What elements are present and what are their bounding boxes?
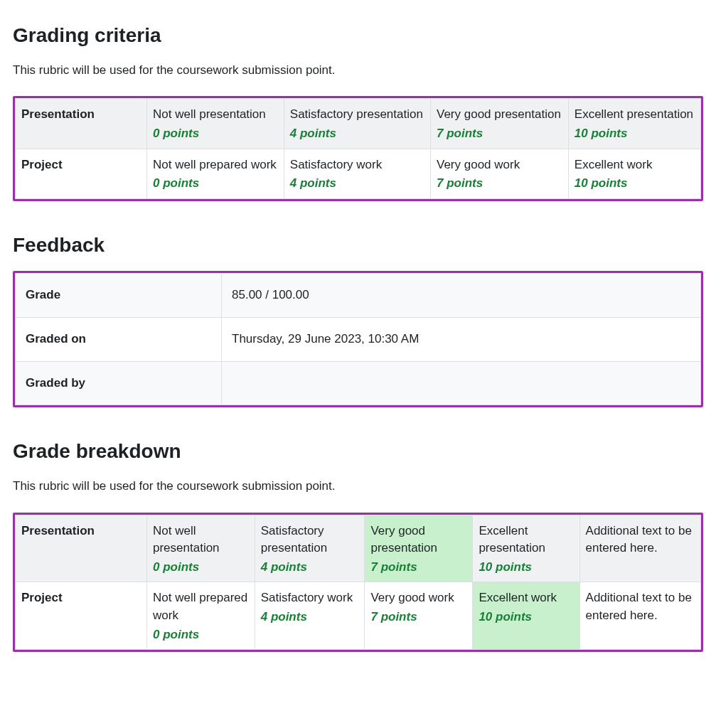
feedback-label: Graded by [16, 361, 222, 405]
rubric-cell: Excellent presentation 10 points [473, 515, 579, 582]
feedback-frame: Grade 85.00 / 100.00 Graded on Thursday,… [13, 271, 703, 407]
rubric-cell: Satisfactory work 4 points [284, 149, 430, 198]
rubric-points: 4 points [290, 175, 424, 193]
rubric-cell-selected: Very good presentation 7 points [365, 515, 473, 582]
rubric-cell: Very good work 7 points [430, 149, 568, 198]
rubric-cell: Excellent presentation 10 points [568, 99, 700, 149]
rubric-points: 10 points [479, 559, 573, 577]
rubric-points: 10 points [575, 175, 695, 193]
grading-criteria-heading: Grading criteria [13, 21, 703, 50]
feedback-heading: Feedback [13, 231, 703, 260]
feedback-row: Graded by [16, 361, 701, 405]
rubric-points: 4 points [261, 609, 359, 626]
rubric-row: Presentation Not well presentation 0 poi… [16, 515, 701, 582]
rubric-desc: Excellent presentation [575, 107, 693, 121]
rubric-cell: Not well presentation 0 points [147, 515, 255, 582]
rubric-desc: Satisfactory presentation [261, 524, 328, 555]
rubric-desc: Very good work [437, 158, 520, 171]
rubric-points: 0 points [153, 175, 278, 193]
rubric-points: 10 points [479, 609, 573, 626]
grade-breakdown-frame: Presentation Not well presentation 0 poi… [13, 513, 703, 653]
grade-breakdown-heading: Grade breakdown [13, 437, 703, 466]
rubric-cell: Not well prepared work 0 points [147, 582, 255, 650]
rubric-points: 0 points [153, 626, 249, 644]
rubric-cell: Not well prepared work 0 points [147, 149, 284, 198]
rubric-desc: Satisfactory work [290, 158, 382, 171]
rubric-desc: Very good presentation [437, 107, 561, 121]
rubric-points: 0 points [153, 559, 249, 577]
rubric-extra: Additional text to be entered here. [579, 582, 700, 650]
rubric-points: 4 points [290, 125, 424, 143]
feedback-label: Graded on [16, 318, 222, 362]
rubric-extra: Additional text to be entered here. [579, 515, 700, 582]
feedback-value: 85.00 / 100.00 [222, 274, 701, 318]
rubric-cell: Very good work 7 points [365, 582, 473, 650]
rubric-cell: Satisfactory work 4 points [255, 582, 365, 650]
criterion-label: Project [16, 149, 147, 198]
rubric-desc: Not well presentation [153, 107, 266, 121]
feedback-row: Graded on Thursday, 29 June 2023, 10:30 … [16, 318, 701, 362]
feedback-label: Grade [16, 274, 222, 318]
feedback-row: Grade 85.00 / 100.00 [16, 274, 701, 318]
grading-criteria-intro: This rubric will be used for the coursew… [13, 62, 703, 80]
rubric-desc: Very good presentation [370, 524, 437, 555]
rubric-desc: Not well prepared work [153, 158, 277, 171]
rubric-desc: Excellent work [479, 591, 557, 604]
feedback-table: Grade 85.00 / 100.00 Graded on Thursday,… [15, 273, 701, 405]
rubric-desc: Excellent work [575, 158, 653, 171]
rubric-row: Project Not well prepared work 0 points … [16, 149, 701, 198]
grading-criteria-frame: Presentation Not well presentation 0 poi… [13, 96, 703, 201]
rubric-cell: Very good presentation 7 points [430, 99, 568, 149]
rubric-cell: Satisfactory presentation 4 points [284, 99, 430, 149]
rubric-points: 7 points [437, 175, 562, 193]
rubric-cell: Not well presentation 0 points [147, 99, 284, 149]
criterion-label: Project [16, 582, 147, 650]
grade-breakdown-table: Presentation Not well presentation 0 poi… [15, 515, 701, 651]
rubric-desc: Not well presentation [153, 524, 220, 555]
grading-criteria-table: Presentation Not well presentation 0 poi… [15, 98, 701, 199]
rubric-cell-selected: Excellent work 10 points [473, 582, 579, 650]
rubric-desc: Satisfactory presentation [290, 107, 423, 121]
rubric-points: 10 points [575, 125, 695, 143]
rubric-row: Project Not well prepared work 0 points … [16, 582, 701, 650]
rubric-points: 7 points [437, 125, 562, 143]
rubric-desc: Very good work [370, 591, 454, 604]
rubric-row: Presentation Not well presentation 0 poi… [16, 99, 701, 149]
feedback-value [222, 361, 701, 405]
rubric-cell: Excellent work 10 points [568, 149, 700, 198]
rubric-desc: Not well prepared work [153, 591, 247, 622]
grade-breakdown-intro: This rubric will be used for the coursew… [13, 478, 703, 496]
rubric-cell: Satisfactory presentation 4 points [255, 515, 365, 582]
rubric-desc: Excellent presentation [479, 524, 545, 555]
rubric-points: 7 points [370, 609, 466, 626]
rubric-points: 4 points [261, 559, 359, 577]
rubric-points: 0 points [153, 125, 278, 143]
criterion-label: Presentation [16, 515, 147, 582]
feedback-value: Thursday, 29 June 2023, 10:30 AM [222, 318, 701, 362]
rubric-points: 7 points [370, 559, 466, 577]
rubric-desc: Satisfactory work [261, 591, 353, 604]
criterion-label: Presentation [16, 99, 147, 149]
